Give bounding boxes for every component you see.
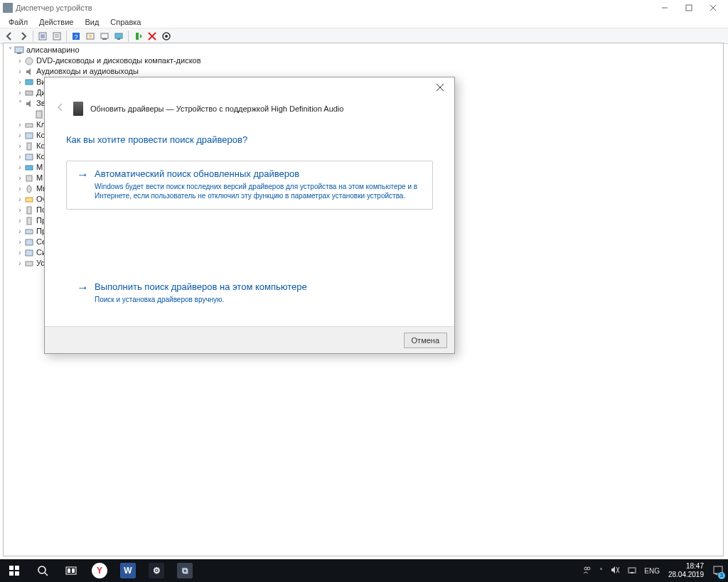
- cancel-button[interactable]: Отмена: [404, 333, 447, 348]
- option-title: Выполнить поиск драйверов на этом компью…: [95, 281, 307, 292]
- language-indicator[interactable]: ENG: [644, 567, 660, 575]
- svg-rect-27: [36, 111, 42, 118]
- tree-root[interactable]: ˅ алисанмарино: [6, 45, 723, 55]
- svg-point-34: [27, 185, 31, 193]
- close-button[interactable]: [701, 0, 725, 16]
- generic-icon: [24, 163, 34, 173]
- generic-icon: [24, 248, 34, 258]
- tree-item-label: Аудиовходы и аудиовыходы: [36, 66, 139, 77]
- svg-rect-25: [26, 80, 33, 85]
- generic-icon: [24, 259, 34, 269]
- expand-icon[interactable]: ›: [16, 55, 23, 66]
- scan-button[interactable]: [84, 30, 97, 43]
- generic-icon: [24, 131, 34, 141]
- svg-text:?: ?: [74, 33, 77, 41]
- show-hidden-button[interactable]: [36, 30, 49, 43]
- expand-icon[interactable]: ›: [16, 247, 23, 258]
- expand-icon[interactable]: ›: [16, 173, 23, 183]
- disable-button[interactable]: [146, 30, 159, 43]
- menu-action[interactable]: Действие: [33, 18, 79, 26]
- svg-rect-44: [9, 566, 14, 570]
- svg-rect-1: [686, 5, 692, 11]
- option-description: Поиск и установка драйверов вручную.: [95, 295, 422, 304]
- svg-point-24: [26, 58, 33, 65]
- maximize-button[interactable]: [677, 0, 701, 16]
- notifications-button[interactable]: 3: [708, 559, 728, 582]
- expand-icon[interactable]: ›: [16, 87, 23, 98]
- search-button[interactable]: [28, 559, 57, 582]
- dialog-titlebar: [45, 77, 454, 97]
- svg-rect-37: [27, 217, 31, 225]
- enable-button[interactable]: [132, 30, 144, 43]
- collapse-icon[interactable]: ˅: [16, 98, 23, 109]
- computer-icon: [14, 45, 24, 55]
- collapse-icon[interactable]: ˅: [6, 45, 14, 55]
- back-arrow-icon[interactable]: [55, 102, 66, 116]
- expand-icon[interactable]: ›: [16, 215, 23, 226]
- svg-rect-31: [26, 154, 33, 160]
- back-button[interactable]: [3, 30, 16, 43]
- generic-icon: [24, 237, 34, 247]
- option-browse-computer[interactable]: → Выполнить поиск драйверов на этом комп…: [66, 274, 433, 313]
- system-tray[interactable]: ˄ ENG: [578, 565, 664, 576]
- clock[interactable]: 18:47 28.04.2019: [664, 562, 708, 579]
- svg-rect-22: [15, 47, 23, 53]
- menu-view[interactable]: Вид: [79, 18, 105, 26]
- svg-rect-13: [101, 33, 108, 38]
- svg-rect-47: [15, 571, 19, 576]
- forward-button[interactable]: [17, 30, 30, 43]
- svg-line-49: [45, 573, 48, 576]
- taskbar-app-yandex[interactable]: Y: [85, 559, 114, 582]
- expand-icon[interactable]: ›: [16, 237, 23, 247]
- expand-icon[interactable]: ›: [16, 205, 23, 215]
- expand-icon[interactable]: ›: [16, 130, 23, 141]
- tree-item-label: М: [36, 162, 43, 173]
- taskbar-app-devmgr[interactable]: ⧉: [171, 559, 199, 582]
- expand-icon[interactable]: ›: [16, 194, 23, 205]
- generic-icon: [24, 216, 34, 226]
- svg-rect-41: [26, 262, 33, 266]
- tree-item[interactable]: ›DVD-дисководы и дисководы компакт-диско…: [6, 55, 723, 66]
- taskview-button[interactable]: [57, 559, 85, 582]
- properties-button[interactable]: [50, 30, 63, 43]
- svg-rect-30: [27, 143, 31, 150]
- svg-rect-46: [9, 571, 14, 576]
- menu-file[interactable]: Файл: [3, 18, 33, 26]
- svg-rect-33: [26, 176, 32, 181]
- people-icon[interactable]: [582, 565, 592, 576]
- expand-icon[interactable]: ›: [16, 141, 23, 151]
- expand-icon[interactable]: ›: [16, 226, 23, 237]
- dialog-close-button[interactable]: [430, 79, 450, 96]
- tree-item-label: DVD-дисководы и дисководы компакт-дисков: [36, 55, 201, 66]
- tree-item[interactable]: ›Аудиовходы и аудиовыходы: [6, 66, 723, 77]
- taskbar-app-settings[interactable]: ⚙: [142, 559, 171, 582]
- arrow-right-icon: →: [77, 168, 89, 180]
- generic-icon: [24, 141, 34, 151]
- expand-icon[interactable]: ›: [16, 119, 23, 130]
- uninstall-button[interactable]: [160, 30, 173, 43]
- help-button[interactable]: ?: [70, 30, 82, 43]
- expand-icon[interactable]: ›: [16, 66, 23, 77]
- app-icon: [3, 3, 13, 13]
- expand-icon[interactable]: ›: [16, 162, 23, 173]
- expand-icon[interactable]: ›: [16, 151, 23, 162]
- svg-rect-6: [53, 33, 60, 40]
- svg-rect-38: [26, 230, 33, 234]
- tray-chevron-icon[interactable]: ˄: [599, 567, 603, 575]
- expand-icon[interactable]: ›: [16, 183, 23, 194]
- update-button[interactable]: [98, 30, 111, 43]
- menubar: Файл Действие Вид Справка: [0, 16, 728, 28]
- menu-help[interactable]: Справка: [105, 18, 146, 26]
- toolbar: ?: [0, 28, 728, 44]
- taskbar-app-word[interactable]: W: [114, 559, 142, 582]
- option-auto-search[interactable]: → Автоматический поиск обновленных драйв…: [66, 161, 433, 210]
- start-button[interactable]: [0, 559, 28, 582]
- minimize-button[interactable]: [653, 0, 677, 16]
- svg-point-54: [587, 567, 590, 570]
- expand-icon[interactable]: ›: [16, 258, 23, 269]
- expand-icon[interactable]: ›: [16, 77, 23, 87]
- svg-rect-28: [26, 124, 33, 127]
- volume-icon[interactable]: [610, 565, 620, 576]
- network-icon[interactable]: [627, 565, 637, 576]
- monitor-button[interactable]: [112, 30, 125, 43]
